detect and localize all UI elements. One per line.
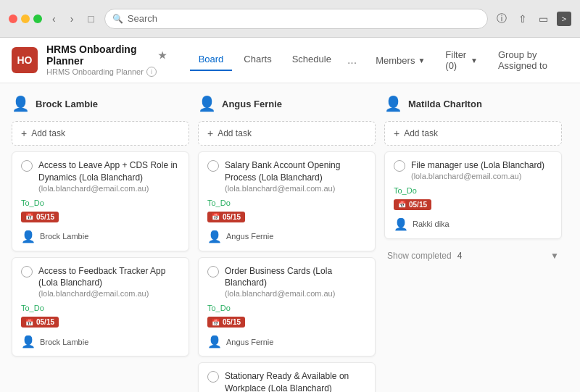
column-header-1: 👤 Brock Lambie — [12, 92, 189, 115]
traffic-lights — [9, 14, 42, 23]
fullscreen-button[interactable]: ▭ — [536, 10, 551, 28]
assignee-name-6: Rakki dika — [413, 220, 450, 228]
calendar-icon: 📅 — [398, 201, 406, 208]
add-task-button-2[interactable]: + Add task — [198, 121, 376, 146]
task-card-3[interactable]: Salary Bank Account Opening Process (Lol… — [198, 151, 376, 251]
task-assignee-2: 👤 Brock Lambie — [21, 335, 180, 349]
task-card-2[interactable]: Access to Feedback Tracker App (Lola Bla… — [12, 257, 189, 357]
task-email-1: (lola.blanchard@email.com.au) — [38, 184, 180, 193]
user-avatar-icon: 👤 — [198, 95, 216, 112]
assignee-avatar-icon: 👤 — [21, 230, 36, 243]
assignee-name-4: Angus Fernie — [226, 338, 273, 346]
column-title-3: Matilda Charlton — [408, 99, 482, 109]
chevron-down-icon: ▼ — [471, 57, 478, 64]
tab-board[interactable]: Board — [190, 49, 233, 71]
assignee-avatar-icon: 👤 — [207, 230, 222, 243]
browser-actions: ⓘ ⇧ ▭ > — [494, 9, 571, 28]
task-circle — [207, 371, 219, 383]
tab-schedule[interactable]: Schedule — [283, 49, 340, 71]
search-text: Search — [128, 13, 157, 24]
info-icon[interactable]: i — [146, 67, 157, 77]
back-button[interactable]: ‹ — [48, 10, 60, 28]
calendar-icon: 📅 — [25, 319, 33, 326]
task-assignee-1: 👤 Brock Lambie — [21, 230, 180, 243]
task-header-1: Access to Leave App + CDS Role in Dynami… — [21, 159, 180, 193]
column-title-2: Angus Fernie — [222, 99, 282, 109]
add-task-button-3[interactable]: + Add task — [384, 121, 562, 146]
task-assignee-3: 👤 Angus Fernie — [207, 230, 366, 243]
task-assignee-6: 👤 Rakki dika — [394, 217, 552, 231]
task-email-3: (lola.blanchard@email.com.au) — [225, 184, 366, 193]
task-header-4: Order Business Cards (Lola Blanchard) (l… — [207, 265, 366, 299]
maximize-button[interactable] — [33, 14, 42, 23]
more-options[interactable]: ... — [343, 49, 361, 71]
task-circle — [207, 266, 219, 278]
app-logo: HO — [12, 47, 38, 73]
assignee-avatar-icon: 👤 — [207, 335, 222, 349]
user-avatar-icon: 👤 — [384, 95, 402, 112]
browser-chrome: ‹ › □ 🔍 Search ⓘ ⇧ ▭ > — [0, 0, 580, 38]
show-completed-label: Show completed — [387, 251, 452, 261]
calendar-icon: 📅 — [212, 213, 220, 220]
plus-icon: + — [21, 128, 27, 139]
home-button[interactable]: □ — [83, 10, 98, 28]
task-status-1: To_Do — [21, 199, 180, 207]
task-status-6: To_Do — [394, 186, 552, 195]
tab-charts[interactable]: Charts — [235, 49, 280, 71]
task-status-4: To_Do — [207, 304, 366, 312]
task-title-1: Access to Leave App + CDS Role in Dynami… — [38, 159, 180, 184]
assignee-name-3: Angus Fernie — [226, 232, 273, 241]
assignee-avatar-icon: 👤 — [21, 335, 36, 349]
task-title-5: Stationary Ready & Available on Workplac… — [225, 370, 366, 392]
task-title-2: Access to Feedback Tracker App (Lola Bla… — [38, 265, 180, 290]
members-button[interactable]: Members ▼ — [370, 52, 431, 69]
calendar-icon: 📅 — [25, 213, 33, 220]
favorite-icon[interactable]: ★ — [158, 50, 167, 61]
column-title-1: Brock Lambie — [36, 99, 98, 109]
filter-button[interactable]: Filter (0) ▼ — [439, 46, 484, 74]
task-date-6: 📅 05/15 — [394, 199, 431, 210]
completed-count: 4 — [457, 251, 463, 261]
share-button[interactable]: ⇧ — [515, 10, 530, 28]
task-header-2: Access to Feedback Tracker App (Lola Bla… — [21, 265, 180, 299]
plus-icon: + — [207, 128, 213, 139]
search-icon: 🔍 — [112, 14, 123, 24]
add-task-button-1[interactable]: + Add task — [12, 121, 189, 146]
app-title-area: HRMS Onboarding Planner ★ HRMS Onboardin… — [46, 43, 167, 77]
task-circle — [21, 160, 33, 172]
close-button[interactable] — [9, 14, 17, 23]
task-card-1[interactable]: Access to Leave App + CDS Role in Dynami… — [12, 151, 189, 251]
task-status-3: To_Do — [207, 199, 366, 207]
forward-button[interactable]: › — [66, 10, 78, 28]
minimize-button[interactable] — [21, 14, 30, 23]
task-card-5[interactable]: Stationary Ready & Available on Workplac… — [198, 362, 376, 392]
task-header-3: Salary Bank Account Opening Process (Lol… — [207, 159, 366, 193]
task-title-6: File manager use (Lola Blanchard) — [411, 159, 544, 172]
task-date-1: 📅 05/15 — [21, 212, 59, 222]
task-date-2: 📅 05/15 — [21, 317, 59, 328]
task-email-4: (lola.blanchard@email.com.au) — [225, 289, 366, 298]
info-button[interactable]: ⓘ — [494, 9, 510, 28]
task-assignee-4: 👤 Angus Fernie — [207, 335, 366, 349]
show-completed-left: Show completed 4 — [387, 251, 462, 261]
app-subtitle: HRMS Onboarding Planner i — [46, 67, 167, 77]
app-title: HRMS Onboarding Planner ★ — [46, 43, 167, 67]
app-header: HO HRMS Onboarding Planner ★ HRMS Onboar… — [0, 38, 580, 83]
task-header-6: File manager use (Lola Blanchard) (lola.… — [394, 159, 552, 180]
board-area: 👤 Brock Lambie + Add task Access to Leav… — [0, 83, 580, 392]
address-bar[interactable]: 🔍 Search — [104, 9, 488, 29]
user-avatar-icon: 👤 — [12, 95, 30, 112]
task-status-2: To_Do — [21, 304, 180, 312]
column-header-3: 👤 Matilda Charlton — [384, 92, 562, 115]
board-column-1: 👤 Brock Lambie + Add task Access to Leav… — [12, 92, 189, 356]
task-card-4[interactable]: Order Business Cards (Lola Blanchard) (l… — [198, 257, 376, 357]
chevron-down-icon: ▼ — [550, 251, 559, 261]
show-completed[interactable]: Show completed 4 ▼ — [384, 245, 562, 267]
app-container: HO HRMS Onboarding Planner ★ HRMS Onboar… — [0, 38, 580, 392]
task-card-6[interactable]: File manager use (Lola Blanchard) (lola.… — [384, 151, 562, 239]
calendar-icon: 📅 — [212, 319, 220, 326]
task-date-3: 📅 05/15 — [207, 212, 245, 222]
group-by-button[interactable]: Group by Assigned to — [492, 46, 568, 74]
header-actions: Members ▼ Filter (0) ▼ Group by Assigned… — [370, 46, 568, 74]
extension-button[interactable]: > — [557, 12, 571, 26]
